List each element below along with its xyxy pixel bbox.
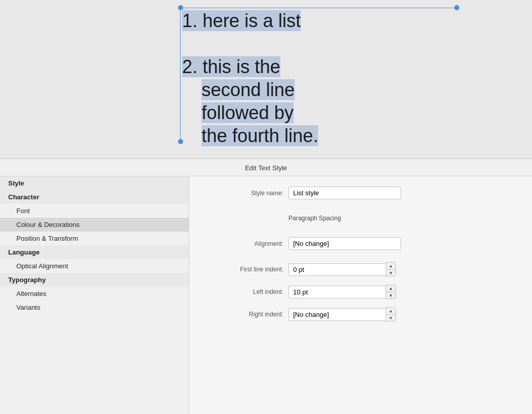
left-indent-up[interactable]: ▲ bbox=[386, 285, 395, 292]
sidebar-item-optical-alignment[interactable]: Optical Alignment bbox=[0, 259, 189, 273]
right-indent-input[interactable] bbox=[289, 308, 386, 321]
left-indent-spinner: ▲ ▼ bbox=[289, 285, 396, 299]
sidebar-item-colour-decorations[interactable]: Colour & Decorations bbox=[0, 218, 189, 232]
left-indent-down[interactable]: ▼ bbox=[386, 292, 395, 298]
alignment-input[interactable] bbox=[289, 237, 401, 250]
sidebar-item-typography[interactable]: Typography bbox=[0, 273, 189, 287]
right-indent-down[interactable]: ▼ bbox=[386, 314, 395, 321]
style-name-row: Style name: bbox=[202, 187, 520, 199]
alignment-label: Alignment: bbox=[202, 240, 283, 247]
text-block-2: 2. this is the second line followed by t… bbox=[182, 55, 318, 147]
right-indent-spinner: ▲ ▼ bbox=[289, 307, 396, 321]
sidebar-item-font[interactable]: Font bbox=[0, 204, 189, 218]
sidebar-item-alternates[interactable]: Alternates bbox=[0, 287, 189, 301]
first-line-indent-up[interactable]: ▲ bbox=[386, 263, 395, 269]
text-line-1: 1. here is a list bbox=[182, 9, 301, 33]
sidebar-item-position-transform[interactable]: Position & Transform bbox=[0, 232, 189, 245]
selection-line-top bbox=[181, 8, 455, 8]
first-line-indent-spinner: ▲ ▼ bbox=[289, 262, 396, 277]
right-indent-row: Right indent: ▲ ▼ bbox=[202, 307, 520, 321]
right-indent-up[interactable]: ▲ bbox=[386, 308, 395, 314]
paragraph-spacing-row: Paragraph Spacing bbox=[202, 212, 520, 229]
panel-body: Style Character Font Colour & Decoration… bbox=[0, 176, 532, 414]
left-indent-input[interactable] bbox=[289, 286, 386, 298]
first-line-indent-label: First line indent: bbox=[202, 266, 283, 273]
canvas-area: 1. here is a list 2. this is the second … bbox=[0, 0, 532, 158]
left-indent-row: Left indent: ▲ ▼ bbox=[202, 285, 520, 299]
sidebar-item-style[interactable]: Style bbox=[0, 176, 189, 190]
style-name-input[interactable] bbox=[289, 187, 401, 199]
panel-title: Edit Text Style bbox=[0, 159, 532, 176]
left-indent-spinner-buttons: ▲ ▼ bbox=[386, 285, 396, 299]
left-indent-label: Left indent: bbox=[202, 288, 283, 295]
bottom-panel: Edit Text Style Style Character Font Col… bbox=[0, 159, 532, 414]
selection-line-left bbox=[180, 8, 181, 142]
first-line-indent-row: First line indent: ▲ ▼ bbox=[202, 262, 520, 277]
sidebar-item-character[interactable]: Character bbox=[0, 190, 189, 204]
main-content: Style name: Paragraph Spacing Alignment:… bbox=[189, 176, 532, 414]
right-indent-label: Right indent: bbox=[202, 311, 283, 318]
right-indent-spinner-buttons: ▲ ▼ bbox=[386, 307, 396, 321]
sidebar-item-language[interactable]: Language bbox=[0, 245, 189, 259]
sidebar: Style Character Font Colour & Decoration… bbox=[0, 176, 189, 414]
first-line-indent-spinner-buttons: ▲ ▼ bbox=[386, 262, 396, 277]
first-line-indent-input[interactable] bbox=[289, 263, 386, 276]
sidebar-item-variants[interactable]: Variants bbox=[0, 301, 189, 314]
alignment-row: Alignment: bbox=[202, 237, 520, 250]
first-line-indent-down[interactable]: ▼ bbox=[386, 269, 395, 276]
canvas-content: 1. here is a list 2. this is the second … bbox=[0, 0, 532, 158]
handle-top-right[interactable] bbox=[454, 5, 459, 10]
paragraph-spacing-label: Paragraph Spacing bbox=[289, 215, 341, 222]
style-name-label: Style name: bbox=[202, 190, 283, 197]
